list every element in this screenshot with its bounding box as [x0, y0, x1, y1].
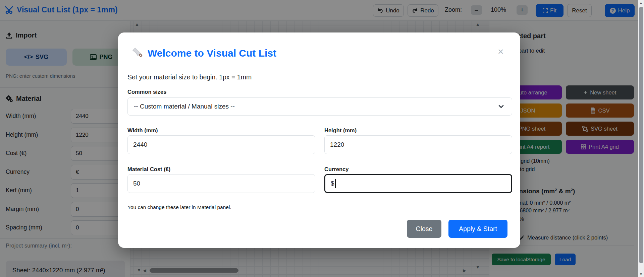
- modal-width-input[interactable]: 2440: [127, 135, 315, 154]
- saw-icon: [130, 46, 145, 61]
- apply-start-button[interactable]: Apply & Start: [448, 220, 507, 238]
- text-cursor: [335, 179, 336, 188]
- common-sizes-select[interactable]: -- Custom material / Manual sizes --: [127, 97, 512, 116]
- modal-cost-input[interactable]: 50: [127, 174, 315, 193]
- modal-height-label: Height (mm): [324, 127, 357, 134]
- common-sizes-label: Common sizes: [127, 89, 166, 95]
- apply-start-label: Apply & Start: [459, 225, 497, 233]
- modal-close-icon[interactable]: ×: [498, 47, 504, 57]
- welcome-modal: Welcome to Visual Cut List × Set your ma…: [118, 32, 520, 248]
- modal-close-button[interactable]: Close: [407, 220, 441, 238]
- modal-currency-value: $: [331, 180, 334, 187]
- chevron-down-icon: [498, 105, 504, 108]
- common-sizes-value: -- Custom material / Manual sizes --: [134, 103, 235, 110]
- page-scrollbar-thumb[interactable]: [639, 7, 643, 263]
- modal-title: Welcome to Visual Cut List: [148, 48, 276, 59]
- page-scrollbar[interactable]: ▲ ▼: [638, 0, 644, 277]
- modal-height-input[interactable]: 1220: [324, 135, 512, 154]
- modal-intro: Set your material size to begin. 1px = 1…: [127, 73, 252, 81]
- modal-cost-label: Material Cost (€): [127, 166, 170, 172]
- modal-currency-input[interactable]: $: [324, 174, 512, 193]
- modal-close-button-label: Close: [416, 225, 433, 233]
- modal-width-label: Width (mm): [127, 127, 158, 134]
- visual-cut-list-app: ▲ ▲ ▼ ◀ ▶ ▼ Visual Cut List (1px = 1mm) …: [0, 0, 644, 277]
- modal-currency-label: Currency: [324, 166, 348, 172]
- scrollbar-down-icon[interactable]: ▼: [639, 272, 643, 276]
- modal-note: You can change these later in Material p…: [127, 204, 231, 210]
- scrollbar-up-icon[interactable]: ▲: [639, 1, 643, 5]
